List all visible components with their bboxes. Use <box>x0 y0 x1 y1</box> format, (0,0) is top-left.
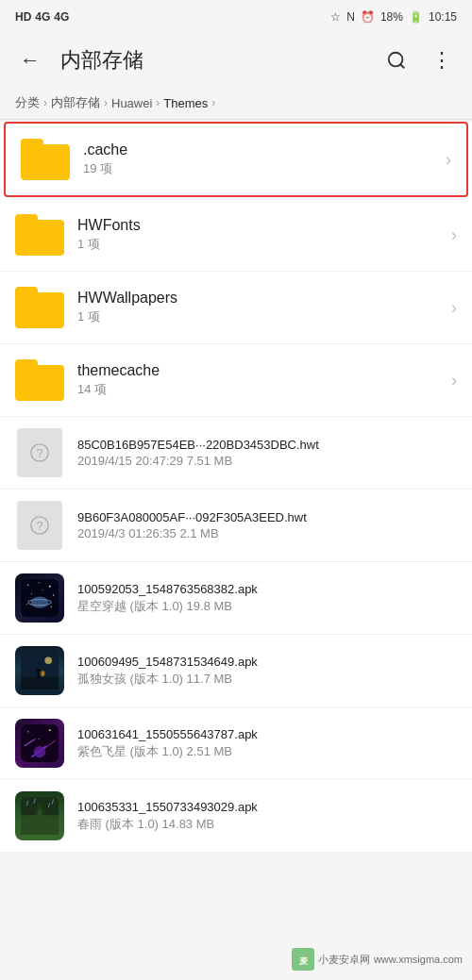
folder-icon <box>15 283 64 332</box>
svg-point-8 <box>39 582 40 583</box>
signal-icon: HD <box>15 10 31 24</box>
more-icon: ⋮ <box>431 48 453 73</box>
divider-top <box>0 119 472 120</box>
chevron-right-icon: › <box>451 298 457 318</box>
breadcrumb-sep-2: › <box>104 96 108 109</box>
svg-point-15 <box>31 596 48 607</box>
file-name: 9B60F3A080005AF···092F305A3EED.hwt <box>77 510 457 524</box>
list-item[interactable]: themecache 14 项 › <box>0 344 472 417</box>
svg-rect-19 <box>21 677 59 689</box>
network-status: HD 4G 4G <box>15 10 69 24</box>
chevron-right-icon: › <box>451 371 457 390</box>
file-info: 100635331_1550733493029.apk 春雨 (版本 1.0) … <box>77 800 457 833</box>
list-item[interactable]: 100635331_1550733493029.apk 春雨 (版本 1.0) … <box>0 780 472 853</box>
breadcrumb-item-huawei[interactable]: Huawei <box>111 96 152 110</box>
list-item[interactable]: 100592053_1548763568382.apk 星空穿越 (版本 1.0… <box>0 562 472 635</box>
svg-point-11 <box>53 594 55 596</box>
file-meta: 星空穿越 (版本 1.0) 19.8 MB <box>77 598 457 615</box>
file-meta: 2019/4/15 20:47:29 7.51 MB <box>77 454 457 468</box>
file-name: HWWallpapers <box>77 290 444 307</box>
file-meta: 1 项 <box>77 236 444 253</box>
svg-point-12 <box>42 590 43 590</box>
unknown-file-icon: ? <box>17 428 62 477</box>
file-info: 100631641_1550555643787.apk 紫色飞星 (版本 1.0… <box>77 727 457 760</box>
list-item[interactable]: HWWallpapers 1 项 › <box>0 272 472 344</box>
file-name: 85C0B16B957E54EB···220BD3453DBC.hwt <box>77 438 457 452</box>
back-button[interactable]: ← <box>11 42 49 79</box>
svg-point-0 <box>389 53 403 67</box>
folder-icon <box>15 210 64 259</box>
file-info: 9B60F3A080005AF···092F305A3EED.hwt 2019/… <box>77 510 457 540</box>
breadcrumb-item-fenglei[interactable]: 分类 <box>15 94 40 111</box>
app-bar-actions: ⋮ <box>378 42 461 79</box>
file-info: 85C0B16B957E54EB···220BD3453DBC.hwt 2019… <box>77 438 457 468</box>
file-list: .cache 19 项 › HWFonts 1 项 › HWWallpapers… <box>0 122 472 853</box>
apk-thumbnail <box>15 646 64 695</box>
apk-icon-purple <box>15 719 64 768</box>
app-bar: ← 内部存储 ⋮ <box>0 34 472 87</box>
folder-icon <box>15 356 64 405</box>
file-name: 100635331_1550733493029.apk <box>77 800 457 814</box>
sim2-icon: 4G <box>54 10 69 24</box>
more-button[interactable]: ⋮ <box>423 42 461 79</box>
svg-point-28 <box>39 739 40 739</box>
svg-rect-21 <box>38 673 40 678</box>
page-title: 内部存储 <box>60 46 366 75</box>
battery-percent: 18% <box>380 10 403 24</box>
file-meta: 紫色飞星 (版本 1.0) 2.51 MB <box>77 743 457 760</box>
svg-point-10 <box>31 593 32 594</box>
apk-icon-lonely <box>15 646 64 695</box>
file-name: .cache <box>83 141 438 158</box>
file-info: 100592053_1548763568382.apk 星空穿越 (版本 1.0… <box>77 582 457 615</box>
nfc-icon: N <box>346 10 355 24</box>
time: 10:15 <box>429 10 457 24</box>
watermark-url: www.xmsigma.com <box>374 954 463 965</box>
list-item[interactable]: 100609495_1548731534649.apk 孤独女孩 (版本 1.0… <box>0 635 472 707</box>
file-info: 100609495_1548731534649.apk 孤独女孩 (版本 1.0… <box>77 655 457 688</box>
svg-text:?: ? <box>36 446 42 460</box>
file-info: HWWallpapers 1 项 <box>77 290 444 325</box>
file-meta: 春雨 (版本 1.0) 14.83 MB <box>77 816 457 833</box>
svg-point-14 <box>51 606 53 607</box>
svg-point-27 <box>49 729 51 731</box>
list-item[interactable]: ? 85C0B16B957E54EB···220BD3453DBC.hwt 20… <box>0 417 472 490</box>
file-info: HWFonts 1 项 <box>77 217 444 253</box>
alarm-icon: ☆ <box>330 10 341 24</box>
apk-icon-starry <box>15 573 64 623</box>
file-meta: 14 项 <box>77 381 444 398</box>
svg-rect-24 <box>42 672 43 676</box>
file-meta: 1 项 <box>77 308 444 325</box>
breadcrumb-sep-1: › <box>43 96 47 109</box>
list-item[interactable]: HWFonts 1 项 › <box>0 199 472 272</box>
status-icons: ☆ N ⏰ 18% 🔋 10:15 <box>330 10 457 24</box>
list-item[interactable]: 100631641_1550555643787.apk 紫色飞星 (版本 1.0… <box>0 707 472 780</box>
svg-text:?: ? <box>36 519 42 533</box>
svg-point-32 <box>34 746 45 757</box>
breadcrumb-sep-4: › <box>211 96 215 109</box>
list-item[interactable]: .cache 19 项 › <box>4 122 468 197</box>
clock-icon: ⏰ <box>361 10 375 24</box>
back-arrow-icon: ← <box>20 48 41 73</box>
apk-thumbnail <box>15 573 64 623</box>
watermark-text: 小麦安卓网 <box>318 953 370 967</box>
file-info: .cache 19 项 <box>83 141 438 177</box>
breadcrumb-item-themes[interactable]: Themes <box>163 96 208 110</box>
file-meta: 孤独女孩 (版本 1.0) 11.7 MB <box>77 671 457 688</box>
svg-point-20 <box>44 656 52 664</box>
svg-point-9 <box>49 586 51 588</box>
svg-point-26 <box>27 731 29 733</box>
file-info: themecache 14 项 <box>77 362 444 398</box>
svg-text:麦: 麦 <box>298 956 308 966</box>
breadcrumb-sep-3: › <box>156 96 160 109</box>
apk-thumbnail <box>15 791 64 840</box>
watermark: 麦 小麦安卓网 www.xmsigma.com <box>292 948 463 971</box>
svg-point-13 <box>26 604 27 605</box>
breadcrumb-item-storage[interactable]: 内部存储 <box>51 94 100 111</box>
sim1-icon: 4G <box>35 10 50 24</box>
search-button[interactable] <box>378 42 415 79</box>
breadcrumb: 分类 › 内部存储 › Huawei › Themes › <box>0 87 472 119</box>
file-name: 100609495_1548731534649.apk <box>77 655 457 669</box>
chevron-right-icon: › <box>451 225 457 245</box>
watermark-logo: 麦 <box>292 948 314 971</box>
list-item[interactable]: ? 9B60F3A080005AF···092F305A3EED.hwt 201… <box>0 490 472 562</box>
